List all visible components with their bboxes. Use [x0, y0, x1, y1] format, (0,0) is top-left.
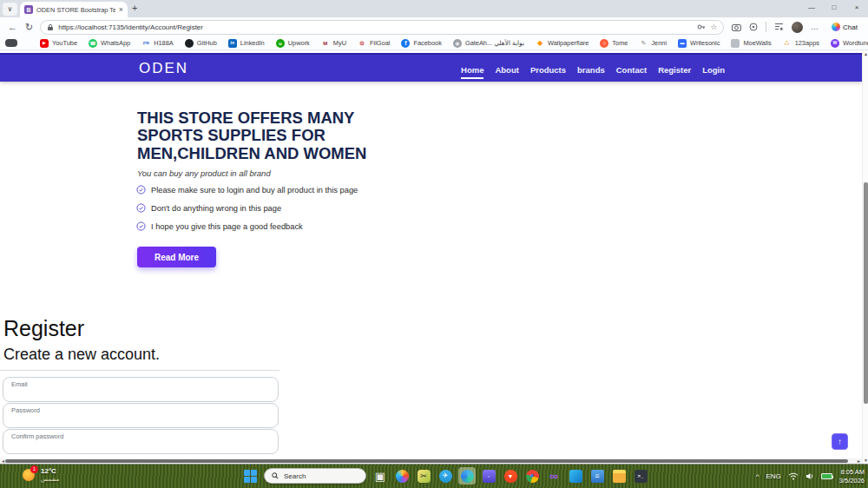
- back-button[interactable]: ←: [8, 22, 17, 32]
- close-button[interactable]: ×: [845, 0, 868, 15]
- vertical-scrollbar[interactable]: ▲ ▼: [862, 50, 868, 464]
- bookmark-item[interactable]: ☎ WhatsApp: [89, 39, 130, 48]
- bookmark-favicon: u: [276, 39, 285, 48]
- telegram-icon[interactable]: ✈: [437, 467, 454, 485]
- profile-avatar[interactable]: [792, 22, 803, 33]
- brave-icon[interactable]: ▼: [502, 467, 519, 485]
- screen: ∨ B ODEN STORE Bootstrap Template × + — …: [0, 0, 868, 488]
- settings-menu-icon[interactable]: …: [811, 23, 819, 31]
- bookmark-item[interactable]: ▶ YouTube: [40, 39, 77, 48]
- edge-sidebar-icon[interactable]: [5, 39, 17, 47]
- wifi-icon[interactable]: [788, 472, 799, 480]
- site-navbar: ODEN Home About Products brands Contact …: [0, 53, 862, 82]
- maximize-button[interactable]: □: [823, 0, 845, 15]
- notebook-app-icon[interactable]: ≡: [589, 467, 606, 485]
- start-button[interactable]: [244, 470, 257, 483]
- tab-actions-menu-button[interactable]: ∨: [3, 3, 17, 16]
- edge-icon[interactable]: [458, 467, 476, 485]
- password-key-icon[interactable]: [697, 23, 706, 31]
- bookmark-item[interactable]: ◆ Wallpaperflare: [536, 39, 589, 48]
- nav-link[interactable]: Register: [658, 61, 691, 76]
- hero-bullet: I hope you give this page a good feedbac…: [136, 221, 358, 231]
- battery-icon[interactable]: [821, 473, 832, 479]
- url-text[interactable]: https://localhost:7135/Identity/Account/…: [58, 23, 693, 31]
- tab-favicon: B: [24, 5, 33, 14]
- circle-check-icon: [136, 221, 146, 231]
- register-input[interactable]: Email: [3, 377, 279, 402]
- task-view-icon[interactable]: ▣: [372, 467, 389, 485]
- chrome-icon[interactable]: ●: [523, 467, 541, 485]
- weather-widget[interactable]: 1 12°C مشمس: [23, 467, 59, 482]
- bookmark-item[interactable]: W Wordtune: [831, 39, 868, 48]
- bookmark-item[interactable]: GitHub: [185, 39, 217, 48]
- scroll-right-icon[interactable]: ►: [857, 458, 861, 464]
- bookmark-item[interactable]: ◉ GateAh... بوابة الأهلي: [453, 39, 524, 48]
- bookmark-item[interactable]: ✎ Jenni: [639, 39, 667, 48]
- language-indicator[interactable]: ENG: [766, 472, 780, 480]
- bookmark-favicon: f: [401, 39, 410, 48]
- bookmark-item[interactable]: MoeWalls: [731, 39, 771, 48]
- minimize-button[interactable]: —: [800, 0, 823, 15]
- copilot-chat-button[interactable]: Chat: [826, 21, 863, 34]
- bookmark-item[interactable]: ⊙ FilGoal: [358, 39, 390, 48]
- address-bar-row: ← ↻ https://localhost:7135/Identity/Acco…: [0, 17, 868, 36]
- taskbar-search[interactable]: Search: [264, 468, 366, 484]
- hero-heading: THIS STORE OFFERS MANY SPORTS SUPPLIES F…: [137, 109, 402, 162]
- notification-badge: 1: [30, 465, 38, 473]
- hidden-icons-chevron[interactable]: ^: [756, 472, 760, 480]
- nav-link[interactable]: Products: [530, 61, 566, 76]
- bookmark-favicon: in: [228, 39, 237, 48]
- page-content: ODEN Home About Products brands Contact …: [0, 50, 862, 458]
- copilot-icon[interactable]: [393, 467, 411, 485]
- bookmark-item[interactable]: f Facebook: [401, 39, 441, 48]
- refresh-button[interactable]: ↻: [25, 22, 33, 33]
- nav-link[interactable]: About: [495, 61, 518, 76]
- new-tab-button[interactable]: +: [132, 3, 137, 13]
- nav-link[interactable]: Home: [461, 61, 483, 76]
- horizontal-scrollbar[interactable]: ◄ ►: [0, 458, 862, 464]
- register-title: Register: [3, 316, 84, 341]
- read-more-button[interactable]: Read More: [137, 247, 216, 267]
- snipping-tool-icon[interactable]: ✂: [415, 467, 432, 485]
- vscode-icon[interactable]: [567, 467, 584, 485]
- nav-link[interactable]: Contact: [616, 61, 647, 76]
- speaker-icon[interactable]: [806, 472, 814, 480]
- favorite-star-icon[interactable]: ☆: [710, 23, 717, 31]
- back-to-top-button[interactable]: ↑: [832, 433, 848, 450]
- favorites-bar-icon[interactable]: [774, 23, 784, 31]
- browser-essentials-icon[interactable]: [749, 23, 758, 31]
- register-input[interactable]: Password: [3, 403, 279, 428]
- tab-close-icon[interactable]: ×: [119, 5, 123, 14]
- bookmark-item[interactable]: M MyU: [321, 39, 346, 48]
- bookmark-item[interactable]: ZTE H188A: [141, 39, 174, 48]
- vertical-scroll-thumb[interactable]: [864, 182, 868, 404]
- visual-studio-icon[interactable]: ∞: [545, 467, 562, 485]
- bookmark-item[interactable]: in LinkedIn: [228, 39, 265, 48]
- terminal-icon[interactable]: >_: [632, 467, 649, 485]
- bookmark-item[interactable]: ▬ Writesonic: [678, 39, 720, 48]
- horizontal-scroll-thumb[interactable]: [5, 459, 848, 463]
- nav-link[interactable]: brands: [577, 61, 605, 76]
- bookmark-favicon: M: [321, 39, 330, 48]
- nav-link[interactable]: Login: [702, 61, 725, 76]
- web-capture-icon[interactable]: [732, 23, 741, 31]
- bookmark-favicon: ☎: [89, 39, 97, 48]
- bookmark-item[interactable]: u Upwork: [276, 39, 310, 48]
- register-form: Email Password Confirm password: [3, 377, 279, 454]
- bookmark-favicon: [185, 39, 194, 48]
- scroll-up-icon[interactable]: ▲: [863, 51, 868, 56]
- register-input[interactable]: Confirm password: [3, 429, 279, 454]
- hero-bullets: Please make sure to login and buy all pr…: [136, 185, 358, 231]
- bookmark-item[interactable]: ○ Tome: [600, 39, 628, 48]
- scroll-down-icon[interactable]: ▼: [863, 458, 868, 463]
- bookmark-item[interactable]: ∴ 123apps: [783, 39, 819, 48]
- bookmark-favicon: ✎: [639, 39, 648, 48]
- taskbar-clock[interactable]: 8:05 AM 3/5/2026: [839, 468, 865, 485]
- briefcase-app-icon[interactable]: ▫: [480, 467, 497, 485]
- address-bar[interactable]: https://localhost:7135/Identity/Account/…: [40, 20, 724, 35]
- site-brand[interactable]: ODEN: [139, 60, 188, 77]
- bookmark-favicon: [731, 39, 740, 48]
- browser-window: ∨ B ODEN STORE Bootstrap Template × + — …: [0, 0, 868, 464]
- file-explorer-icon[interactable]: [610, 467, 628, 485]
- browser-tab[interactable]: B ODEN STORE Bootstrap Template ×: [20, 2, 128, 17]
